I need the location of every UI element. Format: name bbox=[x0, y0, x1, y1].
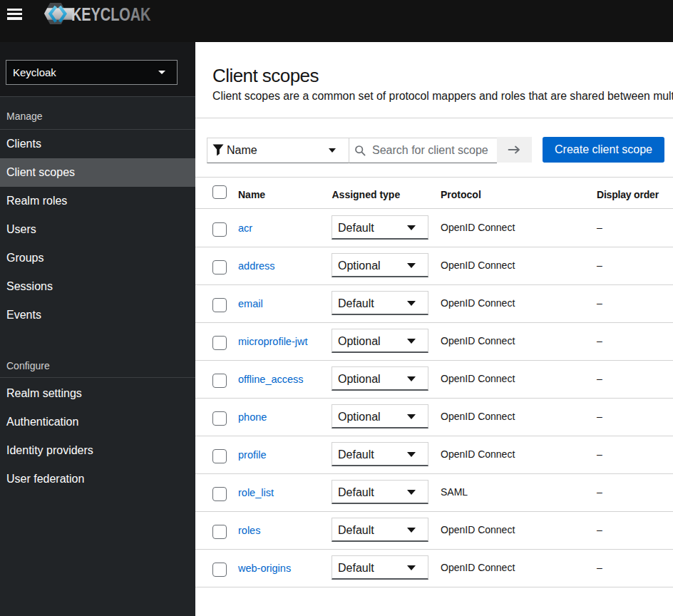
svg-text:KEYCLOAK: KEYCLOAK bbox=[71, 5, 151, 25]
